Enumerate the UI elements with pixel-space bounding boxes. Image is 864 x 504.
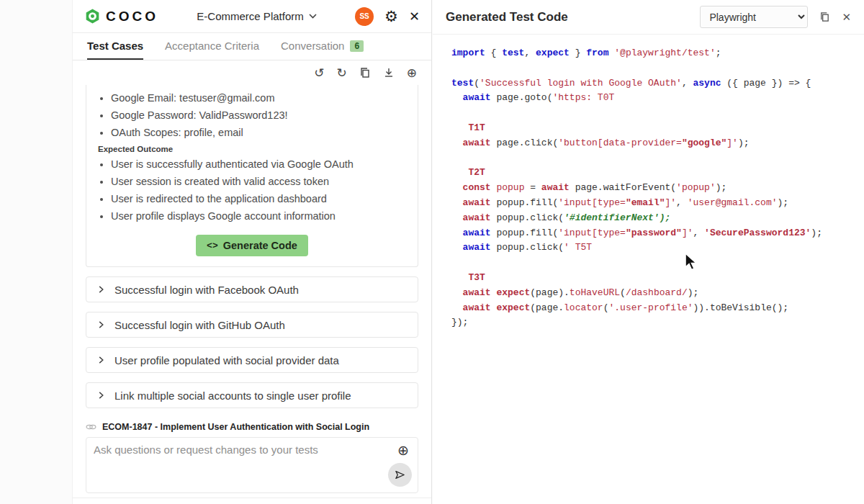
bullet-item: Google Password: ValidPassword123! xyxy=(111,107,412,124)
copy-icon[interactable] xyxy=(359,67,371,78)
code-line: const popup = await page.waitForEvent('p… xyxy=(451,181,845,196)
code-line: await popup.click(' T5T xyxy=(451,240,845,256)
code-line: await popup.fill('input[type="password"]… xyxy=(451,226,845,241)
code-glyph-icon: <> xyxy=(207,240,218,251)
generate-code-label: Generate Code xyxy=(223,240,297,251)
download-icon[interactable] xyxy=(383,67,395,78)
bullet-item: User is successfully authenticated via G… xyxy=(111,156,412,173)
code-line xyxy=(451,61,845,76)
gear-icon[interactable]: ⚙ xyxy=(384,9,398,24)
bullet-item: User session is created with valid acces… xyxy=(111,173,412,190)
add-icon[interactable]: ⊕ xyxy=(407,67,417,79)
expanded-test-case-card: Google Email: testuser@gmail.comGoogle P… xyxy=(86,85,418,267)
generate-code-button[interactable]: <> Generate Code xyxy=(196,235,308,256)
coco-logo: COCO xyxy=(84,8,158,24)
test-case-row-user-profile-populated-with-social-provider-data[interactable]: User profile populated with social provi… xyxy=(86,347,418,373)
test-case-title: User profile populated with social provi… xyxy=(114,354,339,366)
code-line: await expect(page).toHaveURL(/dashboard/… xyxy=(451,286,845,301)
attach-plus-icon[interactable]: ⊕ xyxy=(397,444,409,457)
code-line: await page.goto('https: T0T xyxy=(451,91,845,106)
chevron-right-icon xyxy=(97,285,105,294)
data-bullets: Google Email: testuser@gmail.comGoogle P… xyxy=(111,89,412,141)
code-line xyxy=(451,151,845,166)
tab-label: Test Cases xyxy=(87,40,143,52)
framework-select[interactable]: Playwright xyxy=(700,6,808,28)
test-case-title: Successful login with GitHub OAuth xyxy=(114,319,285,331)
code-line: await expect(page.locator('.user-profile… xyxy=(451,301,845,316)
test-case-row-successful-login-with-github-oauth[interactable]: Successful login with GitHub OAuth xyxy=(86,312,418,338)
left-panel-header: COCO E-Commerce Platform SS ⚙ ✕ xyxy=(73,0,431,33)
code-panel-header: Generated Test Code Playwright ✕ xyxy=(433,0,864,35)
test-case-panel: COCO E-Commerce Platform SS ⚙ ✕ Test Cas… xyxy=(72,0,432,504)
code-line: T2T xyxy=(451,166,845,181)
project-selector[interactable]: E-Commerce Platform xyxy=(197,10,316,22)
test-case-row-link-multiple-social-accounts-to-single-user-profile[interactable]: Link multiple social accounts to single … xyxy=(86,382,418,408)
tab-label: Conversation xyxy=(281,40,344,52)
tab-test-cases[interactable]: Test Cases xyxy=(87,33,143,60)
collapsed-list: Successful login with Facebook OAuthSucc… xyxy=(73,276,431,408)
close-icon[interactable]: ✕ xyxy=(409,9,420,24)
code-line xyxy=(451,106,845,121)
send-icon xyxy=(394,469,406,481)
test-case-row-successful-login-with-facebook-oauth[interactable]: Successful login with Facebook OAuth xyxy=(86,276,418,302)
chat-input[interactable] xyxy=(94,444,382,456)
chevron-right-icon xyxy=(97,391,105,400)
chat-box: ⊕ xyxy=(86,437,418,493)
panel-bottom-divider xyxy=(73,498,431,498)
generated-code-panel: Generated Test Code Playwright ✕ import … xyxy=(433,0,864,504)
chevron-right-icon xyxy=(97,356,105,364)
code-panel-title: Generated Test Code xyxy=(446,10,568,24)
coco-logo-icon xyxy=(84,8,101,24)
avatar[interactable]: SS xyxy=(355,7,374,26)
code-line: import { test, expect } from '@playwrigh… xyxy=(451,46,845,61)
tab-bar: Test CasesAcceptance CriteriaConversatio… xyxy=(73,33,431,60)
code-line: T3T xyxy=(451,271,845,286)
code-line: test('Successful login with Google OAuth… xyxy=(451,76,845,91)
ticket-title: ECOM-1847 - Implement User Authenticatio… xyxy=(102,422,369,432)
redo-icon[interactable]: ↻ xyxy=(337,67,347,79)
expected-outcome-label: Expected Outcome xyxy=(98,145,412,153)
tab-acceptance-criteria[interactable]: Acceptance Criteria xyxy=(165,33,259,60)
tab-label: Acceptance Criteria xyxy=(165,40,259,52)
code-line: }); xyxy=(451,315,845,330)
logo-text: COCO xyxy=(106,9,158,24)
chevron-right-icon xyxy=(97,320,105,329)
code-line: T1T xyxy=(451,121,845,136)
chevron-down-icon xyxy=(309,14,317,19)
code-line: await page.click('button[data-provider="… xyxy=(451,136,845,151)
test-case-title: Link multiple social accounts to single … xyxy=(114,390,351,402)
conversation-badge: 6 xyxy=(350,40,364,52)
project-selector-label: E-Commerce Platform xyxy=(197,10,303,22)
code-block[interactable]: import { test, expect } from '@playwrigh… xyxy=(433,35,864,342)
close-code-panel-icon[interactable]: ✕ xyxy=(842,11,851,24)
copy-code-icon[interactable] xyxy=(819,12,830,22)
code-line: await popup.fill('input[type="email"]', … xyxy=(451,196,845,211)
test-case-title: Successful login with Facebook OAuth xyxy=(114,284,299,296)
send-button[interactable] xyxy=(388,463,412,487)
tab-conversation[interactable]: Conversation6 xyxy=(281,33,364,60)
outcome-bullets: User is successfully authenticated via G… xyxy=(111,156,412,225)
undo-icon[interactable]: ↺ xyxy=(314,67,324,79)
ticket-reference: ECOM-1847 - Implement User Authenticatio… xyxy=(86,422,418,432)
bullet-item: Google Email: testuser@gmail.com xyxy=(111,89,412,107)
link-icon xyxy=(86,423,96,431)
bullet-item: User is redirected to the application da… xyxy=(111,190,412,207)
bullet-item: OAuth Scopes: profile, email xyxy=(111,124,412,141)
code-line: await popup.click('#identifierNext'); xyxy=(451,211,845,226)
code-line xyxy=(451,256,845,271)
bullet-item: User profile displays Google account inf… xyxy=(111,207,412,225)
mini-toolbar: ↺ ↻ ⊕ xyxy=(73,60,431,85)
